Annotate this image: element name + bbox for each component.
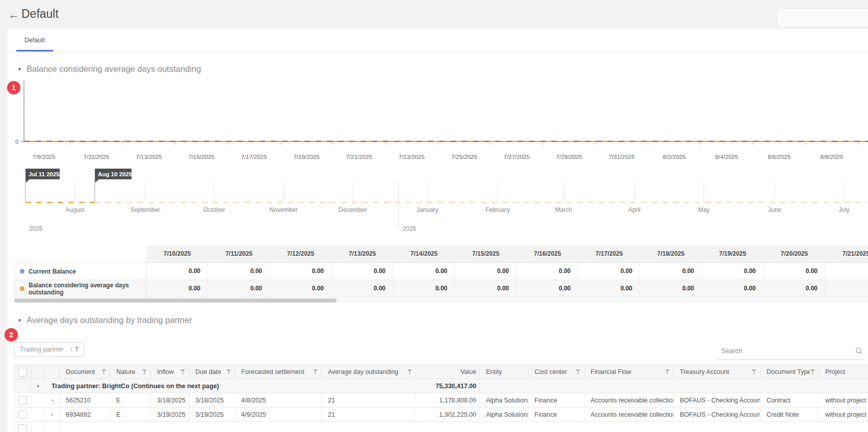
search-box[interactable]: Search [717, 344, 865, 360]
tooltip-pointer-icon [95, 179, 99, 183]
scrollbar-thumb[interactable] [14, 299, 337, 303]
table-cell: Alpha Solutions [480, 408, 528, 421]
column-header[interactable]: Entity [480, 365, 528, 379]
series-color-dot-icon [20, 269, 24, 274]
balance-table-row: Current Balance0.000.000.000.000.000.000… [14, 262, 868, 280]
table-row-partial[interactable] [14, 422, 868, 432]
table-row[interactable]: ›5625210E3/18/20253/18/20254/8/2025211,1… [14, 393, 868, 408]
legend-column-spacer [14, 246, 146, 262]
group-filler-cell [480, 379, 868, 393]
filter-icon[interactable] [101, 369, 107, 375]
group-by-label: Trading partner [20, 346, 70, 353]
balance-value-cell: 0.00 [270, 263, 331, 280]
column-header[interactable]: Project [819, 365, 868, 379]
x-axis-label: 7/29/2025 [556, 154, 582, 160]
filter-icon[interactable] [407, 369, 413, 375]
column-header[interactable]: Document Type [760, 365, 819, 379]
navigator-year-label: 2025 [29, 225, 43, 232]
filter-icon[interactable] [810, 369, 815, 375]
date-column-header: 7/19/2025 [702, 246, 763, 262]
column-header[interactable]: Forecasted settlement [235, 365, 322, 379]
filter-icon[interactable] [313, 369, 318, 375]
collapse-icon[interactable]: ▼ [17, 67, 22, 72]
column-header-label: Nature [116, 368, 142, 375]
row-checkbox[interactable] [18, 424, 27, 432]
filter-icon[interactable] [142, 369, 147, 375]
x-axis-label: 7/17/2025 [241, 154, 267, 160]
back-button[interactable]: ← [8, 8, 19, 21]
search-input[interactable]: Search [721, 347, 742, 355]
collapse-group-icon[interactable]: ▾ [37, 384, 39, 389]
row-checkbox[interactable] [18, 396, 27, 404]
column-header-label: Project [825, 368, 868, 375]
tooltip-pointer-icon [25, 179, 30, 183]
balance-value-cell: 0.00 [517, 263, 578, 280]
filter-icon[interactable] [665, 369, 670, 375]
table-cell: Finance [528, 408, 584, 421]
balance-value-cell: 0.00 [455, 263, 517, 280]
spacer-cell [31, 408, 45, 421]
tab-default[interactable]: Default [16, 29, 53, 51]
row-checkbox[interactable] [18, 368, 27, 376]
page: ← Default Default 1 ▼ Balance considerin… [0, 0, 868, 432]
column-header[interactable]: Value [416, 365, 480, 379]
expand-row-icon[interactable]: › [51, 411, 53, 418]
table-cell: 4/8/2025 [235, 393, 322, 407]
table-cell: BOFAUS - Checking Account [674, 408, 760, 421]
column-header[interactable]: Inflow [151, 365, 189, 379]
table-cell: BOFAUS - Checking Account [674, 393, 760, 407]
row-expand-cell [45, 422, 60, 432]
column-header-label: Inflow [157, 368, 180, 375]
group-row: ▾Trading partner: BrightCo (Continues on… [14, 379, 868, 393]
table-cell: Contract [760, 393, 819, 407]
series-label: Balance considering average days outstan… [29, 282, 146, 296]
balance-value-cell: 0.00 [331, 280, 393, 297]
balance-value-cell: 0.00 [146, 280, 208, 297]
group-by-chip[interactable]: Trading partner ↑ [14, 342, 84, 357]
column-header[interactable]: Average day outstanding [322, 365, 416, 379]
balance-value-cell: 0.00 [208, 263, 270, 280]
filter-icon[interactable] [74, 347, 80, 353]
balance-table-header-row: 7/10/20257/11/20257/12/20257/13/20257/14… [14, 246, 868, 262]
filter-icon[interactable] [226, 369, 232, 375]
column-header[interactable]: Cost center [528, 365, 584, 379]
filter-icon[interactable] [575, 369, 581, 375]
x-axis-label: 7/15/2025 [188, 154, 214, 160]
x-axis-label: 7/9/2025 [33, 154, 56, 160]
partners-table: DocumentNatureInflowDue dateForecasted s… [14, 365, 868, 432]
column-header[interactable]: Document [60, 365, 110, 379]
column-header[interactable]: Financial Flow [584, 365, 674, 379]
section2-title-row: ▼ Average days outstanding by trading pa… [17, 315, 192, 325]
balance-value-cell: 0.00 [331, 263, 393, 280]
navigator-month-label: February [486, 206, 510, 213]
balance-value-cell: 0.00 [517, 280, 578, 297]
series-color-dot-icon [20, 286, 24, 291]
group-expand-cell: ▾ [31, 379, 45, 393]
filter-icon[interactable] [180, 369, 186, 375]
balance-value-cell: 0.00 [146, 263, 208, 280]
row-expand-cell: › [45, 408, 60, 421]
filter-icon[interactable] [751, 369, 757, 375]
search-icon[interactable] [855, 347, 863, 355]
spacer-cell [31, 422, 45, 432]
column-header[interactable]: Treasury Account [674, 365, 760, 379]
balance-value-cell: 0.00 [702, 280, 763, 297]
expand-row-icon[interactable]: › [51, 397, 53, 403]
column-header[interactable]: Nature [110, 365, 151, 379]
toolbar-button[interactable] [777, 8, 868, 28]
balance-value-cell: 0.00 [208, 280, 270, 297]
collapse-icon[interactable]: ▼ [17, 318, 22, 323]
topbar: ← Default [0, 0, 868, 29]
table-cell: 1,302,225.00 [416, 408, 480, 421]
date-column-header: 7/21/2025 [825, 246, 868, 262]
balance-value-cell: 0.00 [578, 280, 640, 297]
navigator-month-label: June [768, 206, 781, 213]
navigator-month-label: December [339, 206, 367, 213]
table-row[interactable]: ›6934892E3/19/20253/19/20254/9/2025211,3… [14, 408, 868, 422]
navigator-month-label: January [417, 206, 439, 213]
column-header[interactable]: Due date [189, 365, 235, 379]
sort-ascending-icon[interactable]: ↑ [70, 346, 73, 353]
row-checkbox[interactable] [18, 410, 27, 419]
navigator-month-label: July [838, 206, 849, 213]
navigator-month-label: October [203, 206, 225, 213]
